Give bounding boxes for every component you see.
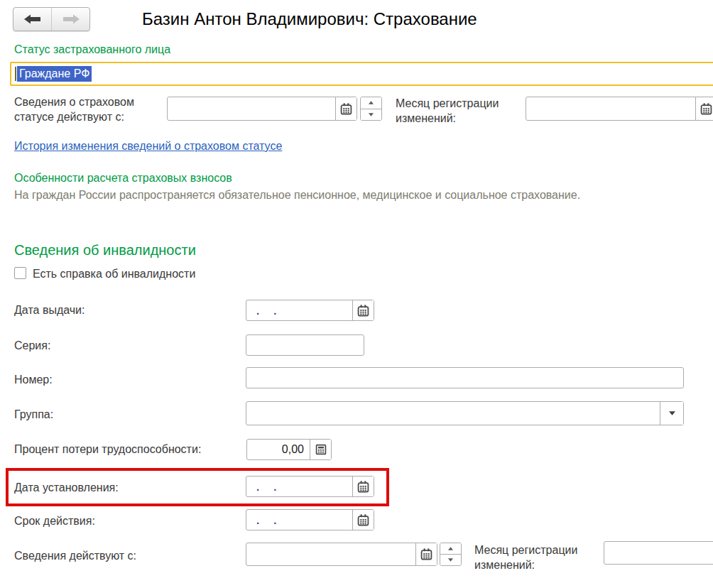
percent-field[interactable]: 0,00 bbox=[246, 439, 332, 460]
calendar-icon bbox=[340, 103, 352, 115]
status-valid-from-spinner bbox=[360, 97, 382, 121]
calendar-icon bbox=[357, 305, 369, 317]
set-date-field[interactable]: . . bbox=[246, 476, 374, 497]
calculator-icon bbox=[315, 444, 327, 455]
info-month-field[interactable] bbox=[604, 541, 713, 565]
spin-up-button[interactable] bbox=[440, 543, 461, 554]
info-valid-from-calendar-button[interactable] bbox=[415, 543, 437, 565]
calendar-icon bbox=[357, 514, 369, 526]
disability-section-title: Сведения об инвалидности bbox=[14, 242, 196, 258]
arrow-right-icon bbox=[62, 13, 80, 25]
status-month-field[interactable] bbox=[526, 97, 713, 121]
insurance-form-window: Базин Антон Владимирович: Страхование Ст… bbox=[0, 0, 713, 588]
info-valid-from-field[interactable] bbox=[246, 543, 437, 566]
spin-down-button[interactable] bbox=[440, 554, 461, 565]
text-caret bbox=[15, 67, 16, 81]
nav-buttons bbox=[13, 7, 90, 31]
issue-date-input[interactable]: . . bbox=[246, 300, 352, 320]
forward-button[interactable] bbox=[51, 8, 89, 31]
number-label: Номер: bbox=[14, 372, 53, 387]
series-input[interactable] bbox=[246, 335, 364, 355]
status-valid-from-label: Сведения о страховом статусе действуют с… bbox=[14, 94, 163, 124]
contribution-features-text: На граждан России распространяется обяза… bbox=[14, 189, 580, 202]
insured-status-label: Статус застрахованного лица bbox=[14, 43, 170, 56]
issue-date-label: Дата выдачи: bbox=[14, 303, 85, 317]
info-month-label: Месяц регистрации изменений: bbox=[474, 543, 602, 572]
insured-status-value: Граждане РФ bbox=[17, 66, 92, 82]
status-month-calendar-button[interactable] bbox=[695, 97, 713, 120]
group-dropdown-button[interactable] bbox=[660, 402, 683, 425]
set-date-input[interactable]: . . bbox=[246, 477, 352, 496]
info-valid-from-input[interactable] bbox=[246, 543, 415, 565]
issue-date-field[interactable]: . . bbox=[246, 300, 374, 321]
insured-status-input[interactable]: Граждане РФ bbox=[10, 62, 713, 86]
triangle-up-icon bbox=[448, 547, 453, 550]
info-valid-from-label: Сведения действуют с: bbox=[14, 548, 136, 563]
page-title: Базин Антон Владимирович: Страхование bbox=[142, 9, 477, 29]
calendar-icon bbox=[700, 103, 712, 115]
number-field[interactable] bbox=[246, 367, 684, 388]
triangle-down-icon bbox=[448, 558, 453, 562]
group-field[interactable] bbox=[246, 401, 684, 425]
spin-down-button[interactable] bbox=[361, 109, 381, 121]
percent-label: Процент потери трудоспособности: bbox=[14, 442, 201, 457]
valid-until-label: Срок действия: bbox=[14, 513, 95, 528]
calendar-icon bbox=[357, 481, 369, 493]
group-input[interactable] bbox=[246, 402, 660, 425]
valid-until-input[interactable]: . . bbox=[246, 510, 352, 530]
set-date-calendar-button[interactable] bbox=[352, 477, 374, 496]
triangle-down-icon bbox=[369, 113, 374, 116]
status-valid-from-input[interactable] bbox=[168, 97, 335, 120]
group-label: Группа: bbox=[14, 407, 53, 422]
status-valid-from-field[interactable] bbox=[167, 97, 357, 121]
chevron-down-icon bbox=[669, 411, 675, 415]
valid-until-calendar-button[interactable] bbox=[352, 510, 374, 530]
back-button[interactable] bbox=[13, 8, 51, 31]
series-label: Серия: bbox=[14, 338, 50, 353]
valid-until-field[interactable]: . . bbox=[246, 509, 374, 530]
disability-certificate-checkbox[interactable] bbox=[14, 267, 26, 279]
disability-certificate-label: Есть справка об инвалидности bbox=[33, 266, 195, 281]
arrow-left-icon bbox=[23, 13, 42, 25]
number-input[interactable] bbox=[246, 368, 683, 388]
status-history-link[interactable]: История изменения сведений о страховом с… bbox=[14, 140, 282, 153]
status-month-input[interactable] bbox=[526, 97, 695, 120]
status-valid-from-calendar-button[interactable] bbox=[335, 97, 356, 120]
info-month-input[interactable] bbox=[604, 542, 713, 564]
percent-input[interactable]: 0,00 bbox=[247, 440, 310, 459]
set-date-label: Дата установления: bbox=[14, 480, 119, 495]
spin-up-button[interactable] bbox=[361, 97, 381, 109]
calendar-icon bbox=[420, 548, 432, 560]
info-valid-from-spinner bbox=[440, 543, 462, 566]
triangle-up-icon bbox=[369, 101, 374, 104]
percent-calculator-button[interactable] bbox=[310, 440, 331, 459]
issue-date-calendar-button[interactable] bbox=[352, 300, 374, 320]
status-month-label: Месяц регистрации изменений: bbox=[396, 96, 523, 126]
contribution-features-label: Особенности расчета страховых взносов bbox=[14, 172, 232, 185]
series-field[interactable] bbox=[246, 334, 364, 356]
